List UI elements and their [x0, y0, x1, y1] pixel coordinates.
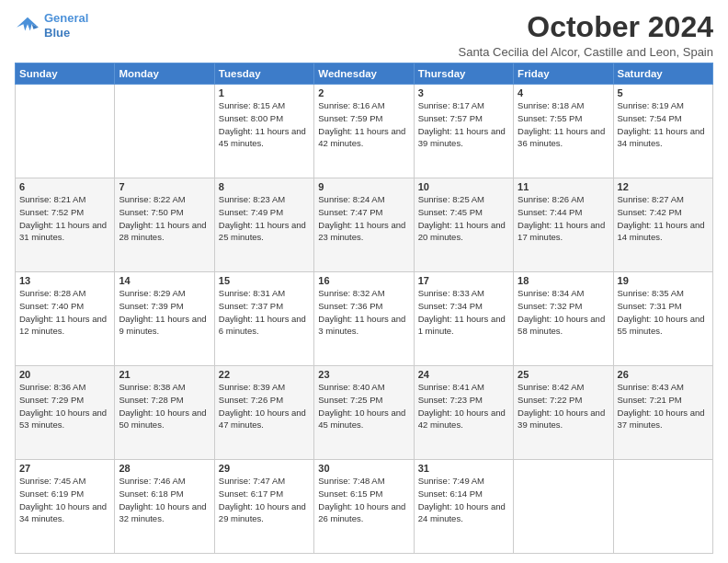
calendar-cell: 16Sunrise: 8:32 AM Sunset: 7:36 PM Dayli… — [314, 272, 414, 366]
weekday-header-row: SundayMondayTuesdayWednesdayThursdayFrid… — [16, 63, 713, 85]
day-info: Sunrise: 8:26 AM Sunset: 7:44 PM Dayligh… — [518, 193, 609, 244]
day-info: Sunrise: 8:15 AM Sunset: 8:00 PM Dayligh… — [219, 99, 310, 150]
calendar-cell: 25Sunrise: 8:42 AM Sunset: 7:22 PM Dayli… — [514, 366, 613, 460]
calendar-week-2: 13Sunrise: 8:28 AM Sunset: 7:40 PM Dayli… — [16, 272, 713, 366]
calendar-cell: 7Sunrise: 8:22 AM Sunset: 7:50 PM Daylig… — [115, 178, 214, 272]
calendar-cell: 14Sunrise: 8:29 AM Sunset: 7:39 PM Dayli… — [115, 272, 214, 366]
day-info: Sunrise: 8:40 AM Sunset: 7:25 PM Dayligh… — [318, 381, 409, 431]
day-info: Sunrise: 8:17 AM Sunset: 7:57 PM Dayligh… — [418, 99, 509, 150]
day-info: Sunrise: 8:19 AM Sunset: 7:54 PM Dayligh… — [618, 99, 709, 150]
calendar-cell — [514, 460, 613, 554]
day-info: Sunrise: 8:36 AM Sunset: 7:29 PM Dayligh… — [19, 381, 110, 431]
day-number: 5 — [618, 87, 709, 98]
calendar-cell: 21Sunrise: 8:38 AM Sunset: 7:28 PM Dayli… — [115, 366, 214, 460]
calendar-cell: 15Sunrise: 8:31 AM Sunset: 7:37 PM Dayli… — [214, 272, 313, 366]
weekday-header-thursday: Thursday — [414, 63, 513, 85]
day-info: Sunrise: 8:39 AM Sunset: 7:26 PM Dayligh… — [219, 381, 310, 431]
day-number: 30 — [318, 463, 409, 474]
day-number: 14 — [119, 275, 210, 286]
calendar-cell: 5Sunrise: 8:19 AM Sunset: 7:54 PM Daylig… — [613, 85, 712, 178]
calendar-cell: 3Sunrise: 8:17 AM Sunset: 7:57 PM Daylig… — [414, 85, 513, 178]
day-info: Sunrise: 8:31 AM Sunset: 7:37 PM Dayligh… — [219, 287, 310, 338]
day-number: 23 — [318, 369, 409, 380]
day-number: 11 — [518, 181, 609, 192]
calendar-cell: 28Sunrise: 7:46 AM Sunset: 6:18 PM Dayli… — [115, 460, 214, 554]
calendar-cell: 12Sunrise: 8:27 AM Sunset: 7:42 PM Dayli… — [613, 178, 712, 272]
weekday-header-wednesday: Wednesday — [314, 63, 414, 85]
calendar-cell: 27Sunrise: 7:45 AM Sunset: 6:19 PM Dayli… — [16, 460, 115, 554]
day-number: 13 — [19, 275, 110, 286]
day-info: Sunrise: 8:16 AM Sunset: 7:59 PM Dayligh… — [318, 99, 409, 150]
day-number: 6 — [19, 181, 110, 192]
calendar-cell: 2Sunrise: 8:16 AM Sunset: 7:59 PM Daylig… — [314, 85, 414, 178]
subtitle: Santa Cecilia del Alcor, Castille and Le… — [458, 45, 713, 59]
calendar-cell: 11Sunrise: 8:26 AM Sunset: 7:44 PM Dayli… — [514, 178, 613, 272]
calendar-cell: 6Sunrise: 8:21 AM Sunset: 7:52 PM Daylig… — [16, 178, 115, 272]
calendar-cell: 23Sunrise: 8:40 AM Sunset: 7:25 PM Dayli… — [314, 366, 414, 460]
day-info: Sunrise: 8:28 AM Sunset: 7:40 PM Dayligh… — [19, 287, 110, 338]
day-info: Sunrise: 8:27 AM Sunset: 7:42 PM Dayligh… — [618, 193, 709, 244]
calendar-cell: 9Sunrise: 8:24 AM Sunset: 7:47 PM Daylig… — [314, 178, 414, 272]
calendar-cell: 19Sunrise: 8:35 AM Sunset: 7:31 PM Dayli… — [613, 272, 712, 366]
day-number: 31 — [418, 463, 509, 474]
day-number: 2 — [318, 87, 409, 98]
calendar-cell: 29Sunrise: 7:47 AM Sunset: 6:17 PM Dayli… — [214, 460, 313, 554]
day-info: Sunrise: 8:24 AM Sunset: 7:47 PM Dayligh… — [318, 193, 409, 244]
weekday-header-tuesday: Tuesday — [214, 63, 313, 85]
calendar-cell: 30Sunrise: 7:48 AM Sunset: 6:15 PM Dayli… — [314, 460, 414, 554]
weekday-header-sunday: Sunday — [16, 63, 115, 85]
weekday-header-saturday: Saturday — [613, 63, 712, 85]
day-number: 10 — [418, 181, 509, 192]
day-number: 3 — [418, 87, 509, 98]
calendar-cell: 24Sunrise: 8:41 AM Sunset: 7:23 PM Dayli… — [414, 366, 513, 460]
day-info: Sunrise: 8:34 AM Sunset: 7:32 PM Dayligh… — [518, 287, 609, 338]
day-number: 4 — [518, 87, 609, 98]
day-info: Sunrise: 8:33 AM Sunset: 7:34 PM Dayligh… — [418, 287, 509, 338]
calendar-week-4: 27Sunrise: 7:45 AM Sunset: 6:19 PM Dayli… — [16, 460, 713, 554]
day-number: 22 — [219, 369, 310, 380]
day-number: 16 — [318, 275, 409, 286]
page-header: General Blue October 2024 Santa Cecilia … — [15, 11, 713, 59]
day-info: Sunrise: 8:21 AM Sunset: 7:52 PM Dayligh… — [19, 193, 110, 244]
calendar-cell: 26Sunrise: 8:43 AM Sunset: 7:21 PM Dayli… — [613, 366, 712, 460]
day-info: Sunrise: 8:35 AM Sunset: 7:31 PM Dayligh… — [618, 287, 709, 338]
day-number: 27 — [19, 463, 110, 474]
calendar-cell: 31Sunrise: 7:49 AM Sunset: 6:14 PM Dayli… — [414, 460, 513, 554]
calendar-cell — [115, 85, 214, 178]
day-info: Sunrise: 7:49 AM Sunset: 6:14 PM Dayligh… — [418, 475, 509, 525]
calendar-cell: 4Sunrise: 8:18 AM Sunset: 7:55 PM Daylig… — [514, 85, 613, 178]
calendar-week-1: 6Sunrise: 8:21 AM Sunset: 7:52 PM Daylig… — [16, 178, 713, 272]
day-info: Sunrise: 7:48 AM Sunset: 6:15 PM Dayligh… — [318, 475, 409, 525]
weekday-header-friday: Friday — [514, 63, 613, 85]
day-number: 1 — [219, 87, 310, 98]
day-number: 17 — [418, 275, 509, 286]
calendar-cell: 8Sunrise: 8:23 AM Sunset: 7:49 PM Daylig… — [214, 178, 313, 272]
day-info: Sunrise: 8:32 AM Sunset: 7:36 PM Dayligh… — [318, 287, 409, 338]
calendar-cell — [16, 85, 115, 178]
calendar-week-0: 1Sunrise: 8:15 AM Sunset: 8:00 PM Daylig… — [16, 85, 713, 178]
main-title: October 2024 — [458, 11, 713, 43]
logo: General Blue — [15, 11, 88, 40]
svg-marker-0 — [17, 17, 39, 30]
calendar-cell: 22Sunrise: 8:39 AM Sunset: 7:26 PM Dayli… — [214, 366, 313, 460]
calendar-cell: 20Sunrise: 8:36 AM Sunset: 7:29 PM Dayli… — [16, 366, 115, 460]
calendar-cell: 10Sunrise: 8:25 AM Sunset: 7:45 PM Dayli… — [414, 178, 513, 272]
day-number: 18 — [518, 275, 609, 286]
calendar-week-3: 20Sunrise: 8:36 AM Sunset: 7:29 PM Dayli… — [16, 366, 713, 460]
day-info: Sunrise: 8:18 AM Sunset: 7:55 PM Dayligh… — [518, 99, 609, 150]
day-number: 26 — [618, 369, 709, 380]
weekday-header-monday: Monday — [115, 63, 214, 85]
day-number: 29 — [219, 463, 310, 474]
day-info: Sunrise: 8:42 AM Sunset: 7:22 PM Dayligh… — [518, 381, 609, 431]
day-info: Sunrise: 7:47 AM Sunset: 6:17 PM Dayligh… — [219, 475, 310, 525]
day-info: Sunrise: 8:23 AM Sunset: 7:49 PM Dayligh… — [219, 193, 310, 244]
day-number: 20 — [19, 369, 110, 380]
day-info: Sunrise: 8:25 AM Sunset: 7:45 PM Dayligh… — [418, 193, 509, 244]
day-info: Sunrise: 8:38 AM Sunset: 7:28 PM Dayligh… — [119, 381, 210, 431]
day-info: Sunrise: 8:43 AM Sunset: 7:21 PM Dayligh… — [618, 381, 709, 431]
day-number: 21 — [119, 369, 210, 380]
day-info: Sunrise: 8:22 AM Sunset: 7:50 PM Dayligh… — [119, 193, 210, 244]
day-number: 8 — [219, 181, 310, 192]
day-info: Sunrise: 8:41 AM Sunset: 7:23 PM Dayligh… — [418, 381, 509, 431]
day-info: Sunrise: 7:45 AM Sunset: 6:19 PM Dayligh… — [19, 475, 110, 525]
